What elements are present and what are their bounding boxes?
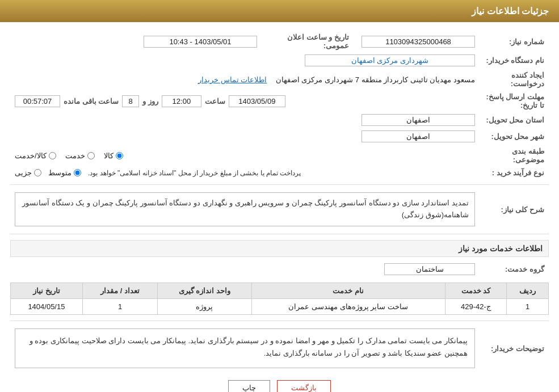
col-code: کد خدمت [445,283,507,299]
info-section: شماره نیاز: 1103094325000468 تاریخ و ساع… [10,30,549,180]
province-value: اصفهان [362,114,475,126]
purchase-type-label: نوع فرآیند خرید : [480,167,548,179]
page-title: جزئیات اطلاعات نیاز [10,6,549,16]
service-group-label: گروه خدمت: [480,262,548,277]
service-group-row: گروه خدمت: ساختمان [10,260,549,278]
purchase-type-motavasset[interactable]: متوسط [48,168,81,177]
cell-name: ساخت سایر پروژه‌های مهندسی عمران [251,299,445,315]
city-value: اصفهان [362,130,475,142]
category-kala-khidmat[interactable]: کالا/خدمت [15,151,56,160]
response-days: 8 [122,95,139,107]
buyer-notes-section: توضیحات خریدار: پیمانکار می بایست تمامی … [10,326,549,371]
province-label: استان محل تحویل: [480,112,548,128]
cell-date: 1404/05/15 [11,299,83,315]
buyer-notes-text: پیمانکار می بایست تمامی مدارک را تکمیل و… [15,328,475,368]
need-number-label: شماره نیاز: [480,31,548,52]
col-date: تاریخ نیاز [11,283,83,299]
buyer-org-label: نام دستگاه خریدار: [480,53,548,68]
cell-code: ج-42-429 [445,299,507,315]
purchase-type-jozyi[interactable]: جزیی [15,168,41,177]
category-kala[interactable]: کالا [104,151,123,160]
buyer-org-value: شهرداری مرکزی اصفهان [305,54,475,66]
col-unit: واحد اندازه گیری [158,283,251,299]
response-date: 1403/05/09 [229,95,285,107]
col-qty: تعداد / مقدار [82,283,157,299]
announce-date-value: 1403/05/01 - 10:43 [144,36,257,48]
creator-value: مسعود مهدیان تائینی کاربرداز منطقه 7 شهر… [276,75,475,84]
description-label: شرح کلی نیاز: [480,191,548,228]
table-row: 1 ج-42-429 ساخت سایر پروژه‌های مهندسی عم… [11,299,549,315]
description-section: شرح کلی نیاز: تمدید استاندارد سازی دو دس… [10,189,549,229]
city-label: شهر محل تحویل: [480,129,548,144]
description-text: تمدید استاندارد سازی دو دستگاه آسانسور پ… [15,192,475,226]
response-deadline-label: مهلت ارسال پاسخ: تا تاریخ: [480,91,548,111]
col-name: نام خدمت [251,283,445,299]
col-row: ردیف [507,283,549,299]
action-buttons: بازگشت چاپ [10,380,549,392]
response-day-label: روز و [142,97,158,106]
back-button[interactable]: بازگشت [277,380,331,392]
buyer-notes-label: توضیحات خریدار: [480,327,548,370]
response-time-label: ساعت [205,97,225,106]
cell-unit: پروژه [158,299,251,315]
purchase-type-note: پرداخت تمام یا بخشی از مبلغ خریدار از مح… [88,169,301,177]
announce-date-label: تاریخ و ساعت اعلان عمومی: [262,31,352,52]
category-label: طبقه بندی موضوعی: [480,145,548,166]
remaining-value: 00:57:07 [15,95,60,107]
creator-link[interactable]: اطلاعات تماس خریدار [198,75,267,84]
creator-label: ایجاد کننده درخواست: [480,69,548,90]
page-header: جزئیات اطلاعات نیاز [0,0,559,22]
print-button[interactable]: چاپ [228,380,270,392]
cell-qty: 1 [82,299,157,315]
services-table: ردیف کد خدمت نام خدمت واحد اندازه گیری ت… [10,283,549,315]
cell-row: 1 [507,299,549,315]
service-group-value: ساختمان [384,263,475,275]
need-number-value: 1103094325000468 [362,36,475,48]
services-section-title: اطلاعات خدمات مورد نیاز [10,240,549,257]
remaining-label: ساعت باقی مانده [64,97,119,106]
category-khidmat[interactable]: خدمت [65,151,95,160]
response-time: 12:00 [162,95,201,107]
